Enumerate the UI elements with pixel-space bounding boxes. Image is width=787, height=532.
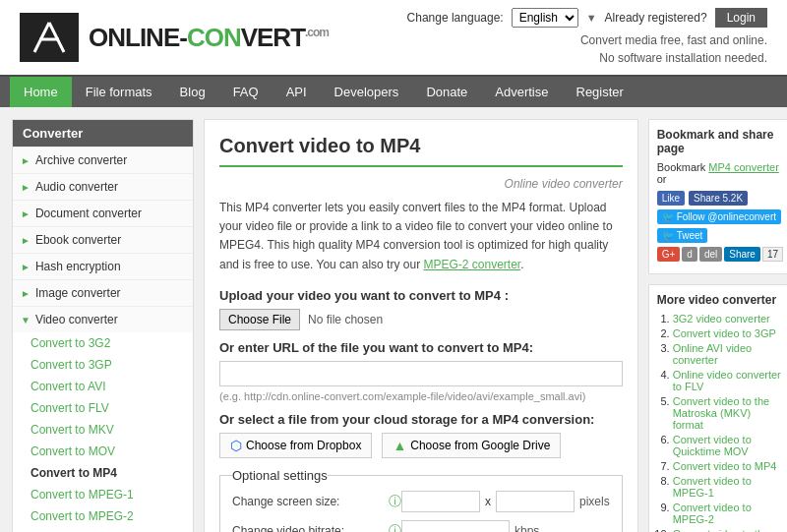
digg-button[interactable]: d (682, 247, 697, 262)
more-ogv-link[interactable]: Convert video to the OGV format (673, 528, 769, 532)
main-content: Converter ► Archive converter ► Audio co… (0, 107, 787, 532)
arrow-icon-audio: ► (21, 182, 30, 193)
sidebar-item-mov[interactable]: Convert to MOV (13, 441, 193, 462)
delicious-button[interactable]: del (699, 247, 722, 262)
sidebar-label-image: Image converter (35, 286, 121, 300)
login-button[interactable]: Login (715, 8, 767, 28)
social-tweet-row: 🐦 Tweet (657, 228, 782, 243)
description-end: . (520, 258, 523, 271)
right-panel: Bookmark and share page Bookmark MP4 con… (648, 119, 787, 532)
sidebar-item-mpeg2[interactable]: Convert to MPEG-2 (13, 505, 193, 527)
linkedin-share-count: 17 (762, 247, 783, 262)
sidebar-section-header-hash[interactable]: ► Hash encryption (13, 254, 193, 279)
fb-share-label: Share (694, 193, 720, 204)
sidebar-label-document: Document converter (35, 207, 142, 220)
social-like-row: Like Share 5.2K (657, 191, 782, 206)
like-button[interactable]: Like (657, 191, 685, 206)
screen-size-row: Change screen size: ⓘ x pixels (232, 491, 610, 512)
arrow-icon-video: ▼ (21, 315, 30, 325)
follow-button[interactable]: 🐦 Follow @onlineconvert (657, 209, 781, 224)
nav-item-donate[interactable]: Donate (412, 77, 481, 107)
tagline-line2: No software installation needed. (407, 49, 767, 67)
list-item: Convert video to MP4 (673, 460, 782, 472)
list-item: Convert video to Quicktime MOV (673, 434, 782, 457)
more-mov-link[interactable]: Convert video to Quicktime MOV (673, 434, 752, 457)
bitrate-input[interactable] (401, 520, 510, 532)
tweet-button[interactable]: 🐦 Tweet (657, 228, 708, 243)
more-converter-title: More video converter (657, 293, 782, 307)
list-item: Convert video to the Matroska (MKV) form… (673, 395, 782, 431)
logo-area: ONLINE-CONVERT.com (20, 13, 329, 62)
nav-item-faq[interactable]: FAQ (219, 77, 272, 107)
social-follow-row: 🐦 Follow @onlineconvert (657, 209, 782, 224)
sidebar-item-avi[interactable]: Convert to AVI (13, 376, 193, 397)
sidebar-label-archive: Archive converter (35, 153, 127, 167)
screen-height-input[interactable] (496, 491, 575, 512)
svg-line-1 (49, 23, 64, 52)
more-mpeg2-link[interactable]: Convert video to MPEG-2 (673, 502, 752, 525)
content-area: Convert video to MP4 Online video conver… (204, 119, 638, 532)
sidebar-item-ogv[interactable]: Convert to OGV (13, 527, 193, 532)
mpeg-link[interactable]: MPEG-2 converter (423, 258, 520, 271)
more-avi-link[interactable]: Online AVI video converter (673, 342, 753, 366)
nav-item-home[interactable]: Home (10, 77, 72, 107)
sidebar-item-mp4[interactable]: Convert to MP4 (13, 462, 193, 484)
more-mkv-link[interactable]: Convert video to the Matroska (MKV) form… (673, 395, 769, 431)
sidebar-section-header-document[interactable]: ► Document converter (13, 201, 193, 226)
language-select[interactable]: English (512, 8, 578, 28)
gplus-button[interactable]: G+ (657, 247, 681, 262)
sidebar-section-header-image[interactable]: ► Image converter (13, 280, 193, 306)
social-share-row: G+ d del Share 17 (657, 247, 782, 262)
arrow-icon-image: ► (21, 288, 30, 299)
online-converter-label: Online video converter (219, 177, 623, 191)
follow-bird-icon: 🐦 (662, 211, 674, 222)
linkedin-share-label: Share (729, 249, 756, 260)
more-3gp-link[interactable]: Convert video to 3GP (673, 327, 776, 339)
logo-text: ONLINE-CONVERT.com (89, 23, 329, 53)
fb-share-button[interactable]: Share 5.2K (689, 191, 748, 206)
screen-width-input[interactable] (401, 491, 480, 512)
nav-item-blog[interactable]: Blog (166, 77, 219, 107)
dropbox-button[interactable]: ⬡ Choose from Dropbox (219, 433, 372, 458)
sidebar-item-mkv[interactable]: Convert to MKV (13, 419, 193, 441)
header: ONLINE-CONVERT.com Change language: Engl… (0, 0, 787, 77)
sidebar-item-mpeg1[interactable]: Convert to MPEG-1 (13, 484, 193, 505)
list-item: Online video converter to FLV (673, 369, 782, 392)
sidebar-item-3gp[interactable]: Convert to 3GP (13, 354, 193, 376)
kbps-label: kbps (515, 524, 539, 532)
sidebar-item-3g2[interactable]: Convert to 3G2 (13, 332, 193, 354)
nav-item-register[interactable]: Register (563, 77, 637, 107)
sidebar-label-audio: Audio converter (35, 180, 118, 194)
gdrive-button[interactable]: ▲ Choose from Google Drive (382, 433, 561, 458)
mp4-converter-link[interactable]: MP4 converter (708, 161, 779, 173)
sidebar-section-header-archive[interactable]: ► Archive converter (13, 148, 193, 173)
sidebar-section-header-audio[interactable]: ► Audio converter (13, 174, 193, 200)
more-3g2-link[interactable]: 3G2 video converter (673, 313, 770, 325)
more-mp4-link[interactable]: Convert video to MP4 (673, 460, 777, 472)
linkedin-share-button[interactable]: Share (724, 247, 760, 262)
screen-size-label: Change screen size: (232, 495, 385, 508)
tweet-bird-icon: 🐦 (662, 230, 674, 241)
nav-item-developers[interactable]: Developers (321, 77, 413, 107)
more-mpeg1-link[interactable]: Convert video to MPEG-1 (673, 475, 752, 499)
choose-file-button[interactable]: Choose File (219, 309, 300, 330)
bitrate-row: Change video bitrate: ⓘ kbps (232, 520, 610, 532)
nav-item-api[interactable]: API (272, 77, 321, 107)
dropbox-icon: ⬡ (230, 438, 242, 453)
sidebar-item-flv[interactable]: Convert to FLV (13, 397, 193, 419)
tagline-line1: Convert media free, fast and online. (407, 31, 767, 49)
sidebar-section-header-video[interactable]: ▼ Video converter (13, 307, 193, 332)
tagline: Convert media free, fast and online. No … (407, 31, 767, 67)
bitrate-info-icon[interactable]: ⓘ (389, 522, 401, 532)
navigation: Home File formats Blog FAQ API Developer… (0, 77, 787, 107)
optional-settings-legend: Optional settings (232, 468, 328, 483)
cloud-label: Or select a file from your cloud storage… (219, 412, 623, 427)
url-input[interactable] (219, 361, 623, 386)
nav-item-file-formats[interactable]: File formats (72, 77, 166, 107)
nav-item-advertise[interactable]: Advertise (481, 77, 562, 107)
sidebar-section-audio: ► Audio converter (13, 173, 193, 200)
sidebar-section-header-ebook[interactable]: ► Ebook converter (13, 227, 193, 253)
more-flv-link[interactable]: Online video converter to FLV (673, 369, 781, 392)
screen-size-info-icon[interactable]: ⓘ (389, 493, 401, 510)
no-file-text: No file chosen (308, 313, 383, 326)
